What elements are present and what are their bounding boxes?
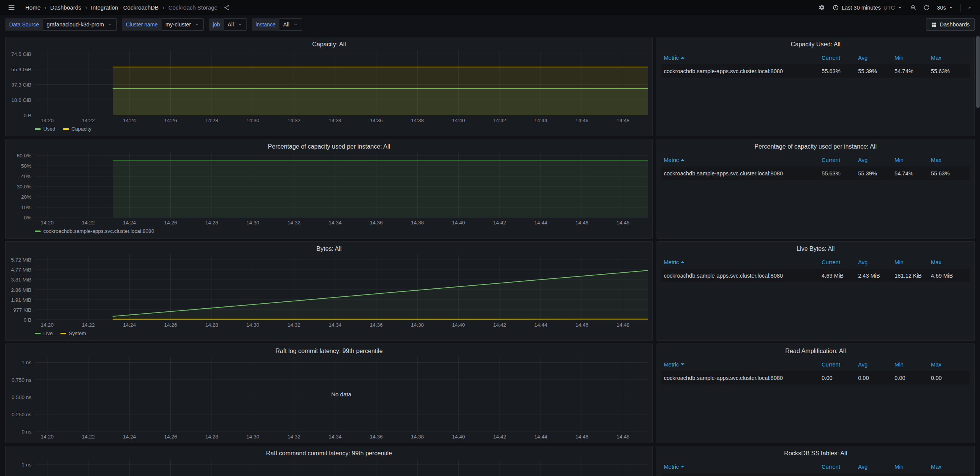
y-tick-label: 1 ns (21, 360, 31, 365)
panel-title[interactable]: Capacity: All (10, 40, 648, 50)
panel-title[interactable]: Raft command commit latency: 99th percen… (10, 449, 648, 459)
breadcrumb-home[interactable]: Home (25, 4, 41, 11)
column-header-min[interactable]: Min (895, 361, 931, 368)
cell-min: 181.12 KiB (895, 273, 931, 279)
column-header-min[interactable]: Min (895, 259, 931, 265)
plot-area[interactable]: No data (35, 459, 648, 476)
panel-title[interactable]: Bytes: All (10, 244, 648, 255)
column-header-current[interactable]: Current (822, 157, 858, 163)
breadcrumb: Home › Dashboards › Integration - Cockro… (25, 4, 217, 11)
chevron-down-icon (238, 22, 242, 27)
table-row[interactable]: cockroachdb.sample-apps.svc.cluster.loca… (662, 473, 970, 476)
panel-title[interactable]: Capacity Used: All (662, 40, 970, 50)
legend-series-color (60, 333, 66, 334)
panel-title[interactable]: Live Bytes: All (662, 244, 970, 255)
column-header-metric[interactable]: Metric (664, 464, 822, 470)
column-header-metric[interactable]: Metric (664, 55, 822, 61)
x-tick-label: 14:28 (205, 434, 218, 440)
dashboard-settings-gear-icon[interactable] (816, 3, 827, 12)
x-tick-label: 14:42 (493, 434, 506, 440)
time-series-chart[interactable]: 0 ns0.250 ns0.500 ns0.750 ns1 ns No data (10, 459, 648, 476)
x-tick-label: 14:40 (452, 118, 465, 123)
column-header-min[interactable]: Min (895, 55, 931, 61)
time-series-chart[interactable]: 0%10%20%30.0%40%50%60.0% (10, 152, 648, 218)
cell-max: 0.00 (931, 375, 967, 381)
x-axis: 14:2014:2214:2414:2614:2814:3014:3214:34… (35, 320, 648, 329)
column-header-current[interactable]: Current (822, 464, 858, 470)
plot-area[interactable]: No data (35, 357, 648, 432)
column-header-avg[interactable]: Avg (858, 259, 895, 265)
time-series-chart[interactable]: 0 ns0.250 ns0.500 ns0.750 ns1 ns No data (10, 357, 648, 432)
scrollbar-thumb[interactable] (976, 36, 980, 108)
legend-item[interactable]: System (60, 330, 86, 336)
breadcrumb-folder[interactable]: Integration - CockroachDB (91, 4, 159, 11)
column-header-current[interactable]: Current (822, 55, 858, 61)
legend-item[interactable]: Capacity (63, 126, 92, 132)
table-row[interactable]: cockroachdb.sample-apps.svc.cluster.loca… (662, 371, 970, 384)
time-series-chart[interactable]: 0 B977 KiB1.91 MiB2.86 MiB3.81 MiB4.77 M… (10, 255, 648, 320)
column-header-avg[interactable]: Avg (858, 464, 895, 470)
legend-item[interactable]: Live (35, 330, 53, 336)
panel-title[interactable]: Percentage of capacity used per instance… (10, 142, 648, 152)
column-header-current[interactable]: Current (822, 361, 858, 368)
breadcrumb-separator: › (85, 5, 87, 11)
column-header-max[interactable]: Max (931, 55, 967, 61)
panel-live-bytes-table: Live Bytes: All Metric Current Avg Min M… (657, 241, 975, 341)
menu-toggle-icon[interactable] (5, 2, 18, 13)
panel-raft-command-latency: Raft command commit latency: 99th percen… (5, 446, 653, 476)
legend-item[interactable]: cockroachdb.sample-apps.svc.cluster.loca… (35, 228, 154, 234)
time-series-chart[interactable]: 0 B18.6 GiB37.3 GiB55.9 GiB74.5 GiB (10, 50, 648, 115)
table-row[interactable]: cockroachdb.sample-apps.svc.cluster.loca… (662, 167, 970, 180)
column-header-min[interactable]: Min (895, 464, 931, 470)
refresh-interval-picker[interactable]: 30s (934, 3, 957, 13)
column-header-avg[interactable]: Avg (858, 361, 895, 368)
column-header-metric[interactable]: Metric (664, 361, 822, 368)
x-tick-label: 14:24 (123, 220, 136, 226)
share-icon[interactable] (221, 3, 232, 12)
legend-series-label: Used (43, 126, 56, 132)
dashboards-button[interactable]: Dashboards (926, 18, 975, 31)
panel-title[interactable]: RocksDB SSTables: All (662, 449, 970, 459)
datasource-select[interactable]: grafanacloud-k3d-prom (43, 18, 117, 31)
column-header-max[interactable]: Max (931, 464, 967, 470)
plot-area[interactable] (35, 50, 648, 115)
y-tick-label: 40% (21, 173, 31, 179)
collapse-up-icon[interactable] (965, 3, 975, 12)
panel-title[interactable]: Percentage of capacity used per instance… (662, 142, 970, 152)
table: Metric Current Avg Min Max cockroachdb.s… (662, 255, 970, 338)
time-range-picker[interactable]: Last 30 minutes UTC (830, 3, 905, 13)
column-header-max[interactable]: Max (931, 361, 967, 368)
instance-select[interactable]: All (279, 18, 302, 31)
column-header-max[interactable]: Max (931, 157, 967, 163)
x-tick-label: 14:20 (41, 322, 54, 328)
breadcrumb-dashboards[interactable]: Dashboards (50, 4, 81, 11)
panel-title[interactable]: Read Amplification: All (662, 347, 970, 357)
cell-min: 54.74% (895, 170, 931, 177)
column-header-max[interactable]: Max (931, 259, 967, 265)
table-header: Metric Current Avg Min Max (662, 153, 970, 167)
plot-area[interactable] (35, 152, 648, 218)
table: Metric Current Avg Min Max cockroachdb.s… (662, 51, 970, 134)
x-tick-label: 14:32 (287, 322, 301, 328)
refresh-icon[interactable] (921, 3, 932, 12)
table-row[interactable]: cockroachdb.sample-apps.svc.cluster.loca… (662, 64, 970, 78)
cell-min: 0.00 (895, 375, 931, 381)
cluster-select[interactable]: my-cluster (162, 18, 204, 31)
legend-item[interactable]: Used (35, 126, 56, 132)
column-header-min[interactable]: Min (895, 157, 931, 163)
y-tick-label: 977 KiB (13, 307, 31, 312)
job-select[interactable]: All (224, 18, 247, 31)
column-header-current[interactable]: Current (822, 259, 858, 265)
panel-title[interactable]: Raft log commit latency: 99th percentile (10, 347, 648, 357)
column-header-metric[interactable]: Metric (664, 259, 822, 265)
page-scrollbar[interactable] (976, 34, 980, 476)
plot-area[interactable] (35, 255, 648, 320)
table-row[interactable]: cockroachdb.sample-apps.svc.cluster.loca… (662, 269, 970, 282)
column-header-avg[interactable]: Avg (858, 157, 895, 163)
column-header-avg[interactable]: Avg (858, 55, 895, 61)
table: Metric Current Avg Min Max cockroachdb.s… (662, 460, 970, 476)
x-tick-label: 14:46 (575, 434, 588, 440)
breadcrumb-current-page: Cockroach Storage (168, 4, 217, 11)
column-header-metric[interactable]: Metric (664, 157, 822, 163)
zoom-out-time-icon[interactable] (908, 3, 919, 12)
